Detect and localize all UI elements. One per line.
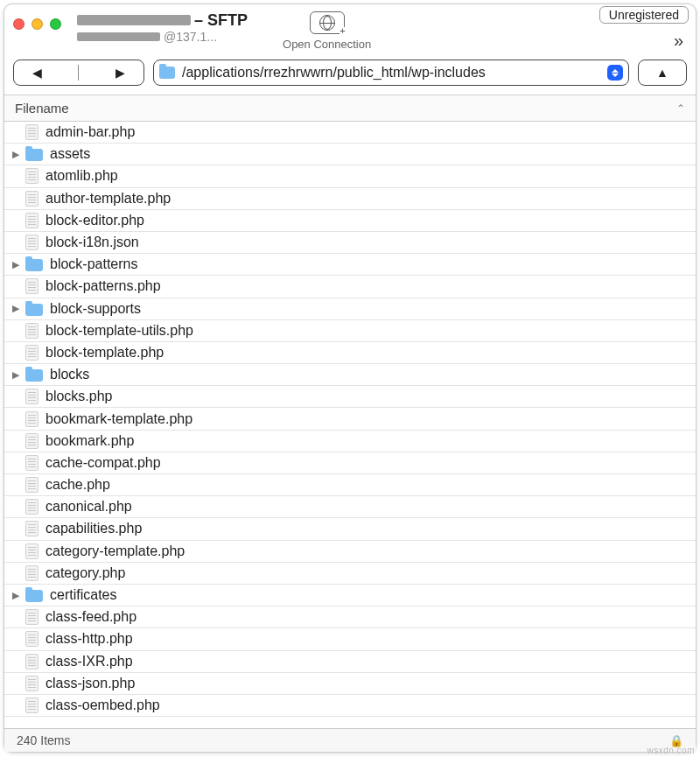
forward-button[interactable]: ▶ — [116, 66, 125, 80]
file-icon — [25, 499, 38, 515]
current-path: /applications/rrezhrwwrn/public_html/wp-… — [182, 65, 486, 81]
file-name: assets — [50, 146, 90, 162]
file-name: block-patterns — [50, 256, 138, 272]
file-icon — [25, 235, 38, 250]
file-row[interactable]: ▶block-patterns — [4, 254, 696, 276]
close-window-button[interactable] — [13, 18, 24, 30]
item-count: 240 Items — [17, 733, 70, 747]
file-row[interactable]: ▶assets — [4, 144, 696, 165]
path-dropdown-icon — [607, 65, 623, 81]
folder-icon — [25, 259, 43, 271]
file-name: category-template.php — [46, 543, 185, 559]
unregistered-badge[interactable]: Unregistered — [599, 6, 689, 24]
file-name: class-http.php — [46, 631, 133, 647]
file-name: category.php — [46, 565, 125, 581]
file-name: certificates — [50, 587, 116, 603]
file-row[interactable]: ▶admin-bar.php — [4, 122, 696, 144]
file-row[interactable]: ▶canonical.php — [4, 496, 696, 518]
file-icon — [25, 521, 38, 536]
file-icon — [25, 278, 38, 294]
toolbar-overflow-button[interactable]: » — [674, 31, 680, 51]
file-row[interactable]: ▶capabilities.php — [4, 518, 696, 540]
disclosure-triangle-icon[interactable]: ▶ — [10, 590, 22, 601]
file-name: block-template.php — [46, 345, 164, 361]
column-header-filename[interactable]: Filename ⌃ — [4, 95, 696, 122]
file-name: cache.php — [46, 477, 110, 493]
file-row[interactable]: ▶bookmark.php — [4, 431, 696, 452]
file-icon — [25, 389, 38, 404]
file-icon — [25, 411, 38, 427]
file-row[interactable]: ▶block-supports — [4, 298, 696, 320]
minimize-window-button[interactable] — [32, 18, 43, 30]
connection-title-suffix: – SFTP — [194, 11, 248, 30]
file-row[interactable]: ▶cache-compat.php — [4, 452, 696, 474]
file-row[interactable]: ▶class-IXR.php — [4, 651, 696, 673]
file-name: block-supports — [50, 301, 141, 317]
sort-indicator-icon: ⌃ — [676, 102, 685, 115]
file-name: blocks — [50, 367, 89, 382]
disclosure-triangle-icon[interactable]: ▶ — [10, 369, 22, 381]
file-row[interactable]: ▶block-patterns.php — [4, 276, 696, 298]
watermark: wsxdn.com — [647, 746, 695, 755]
file-row[interactable]: ▶category-template.php — [4, 541, 696, 563]
navigation-toolbar: ◀ ▶ /applications/rrezhrwwrn/public_html… — [4, 54, 696, 95]
file-name: admin-bar.php — [46, 124, 135, 140]
file-name: class-IXR.php — [46, 654, 133, 669]
file-list[interactable]: ▶admin-bar.php▶assets▶atomlib.php▶author… — [4, 122, 696, 728]
zoom-window-button[interactable] — [50, 18, 61, 30]
go-up-button[interactable]: ▲ — [638, 60, 687, 86]
disclosure-triangle-icon[interactable]: ▶ — [10, 259, 22, 270]
globe-plus-icon: + — [310, 11, 345, 34]
nav-separator — [78, 65, 79, 81]
open-connection-label: Open Connection — [283, 38, 371, 51]
file-name: atomlib.php — [46, 168, 118, 184]
file-name: block-patterns.php — [46, 278, 161, 294]
folder-icon — [25, 149, 43, 161]
file-icon — [25, 654, 38, 669]
redacted-host — [77, 15, 191, 25]
file-name: block-editor.php — [46, 213, 144, 228]
file-icon — [25, 676, 38, 691]
file-row[interactable]: ▶blocks.php — [4, 386, 696, 408]
file-row[interactable]: ▶author-template.php — [4, 188, 696, 210]
titlebar: – SFTP @137.1... + Open Connection Unreg… — [4, 4, 696, 54]
column-header-label: Filename — [15, 101, 69, 116]
file-icon — [25, 168, 38, 184]
file-icon — [25, 213, 38, 228]
file-name: author-template.php — [46, 191, 171, 207]
file-row[interactable]: ▶atomlib.php — [4, 165, 696, 187]
file-row[interactable]: ▶class-json.php — [4, 673, 696, 695]
connection-subhost: @137.1... — [164, 30, 217, 44]
file-icon — [25, 323, 38, 339]
redacted-user — [77, 32, 160, 41]
file-icon — [25, 477, 38, 493]
file-row[interactable]: ▶category.php — [4, 563, 696, 585]
file-icon — [25, 345, 38, 361]
file-name: cache-compat.php — [46, 455, 161, 471]
file-row[interactable]: ▶bookmark-template.php — [4, 408, 696, 430]
disclosure-triangle-icon[interactable]: ▶ — [10, 303, 22, 314]
file-row[interactable]: ▶cache.php — [4, 474, 696, 496]
file-row[interactable]: ▶block-template-utils.php — [4, 320, 696, 342]
file-icon — [25, 124, 38, 140]
file-icon — [25, 609, 38, 625]
file-row[interactable]: ▶block-editor.php — [4, 210, 696, 232]
file-row[interactable]: ▶class-oembed.php — [4, 695, 696, 717]
file-name: block-i18n.json — [46, 235, 139, 250]
file-icon — [25, 631, 38, 647]
file-row[interactable]: ▶class-feed.php — [4, 606, 696, 628]
file-row[interactable]: ▶certificates — [4, 585, 696, 606]
file-row[interactable]: ▶blocks — [4, 364, 696, 386]
back-button[interactable]: ◀ — [32, 66, 42, 80]
path-dropdown[interactable]: /applications/rrezhrwwrn/public_html/wp-… — [153, 60, 629, 86]
file-icon — [25, 543, 38, 559]
file-row[interactable]: ▶class-http.php — [4, 628, 696, 650]
file-row[interactable]: ▶block-template.php — [4, 342, 696, 364]
file-icon — [25, 565, 38, 581]
connection-info: – SFTP @137.1... — [77, 11, 248, 44]
file-row[interactable]: ▶block-i18n.json — [4, 232, 696, 254]
file-name: class-json.php — [46, 676, 135, 691]
folder-icon — [25, 369, 43, 382]
disclosure-triangle-icon[interactable]: ▶ — [10, 149, 22, 160]
open-connection-button[interactable]: + Open Connection — [283, 11, 371, 51]
